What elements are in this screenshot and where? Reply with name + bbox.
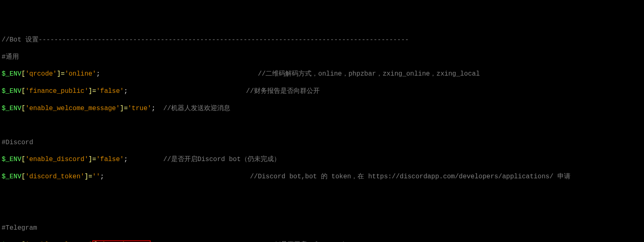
bracket: [ xyxy=(21,105,25,112)
space xyxy=(155,105,163,112)
bracket: [ xyxy=(21,173,25,180)
code-line: $_ENV['enable_welcome_message']='true'; … xyxy=(2,104,642,113)
code-line: $_ENV['finance_public']='false'; //财务报告是… xyxy=(2,87,642,96)
env-var: $_ENV xyxy=(2,88,21,95)
space xyxy=(100,70,258,78)
bracket: ]= xyxy=(85,173,92,180)
code-line: #Discord xyxy=(2,138,642,147)
semicolon: ; xyxy=(100,173,104,180)
bracket: ]= xyxy=(88,156,96,163)
code-line: #通用 xyxy=(2,53,642,62)
section-header: #Discord xyxy=(2,139,33,146)
env-var: $_ENV xyxy=(2,173,21,180)
value: 'false' xyxy=(96,88,124,95)
bracket: ]= xyxy=(88,88,96,95)
space xyxy=(104,173,250,180)
comment: //Bot 设置--------------------------------… xyxy=(2,36,409,44)
section-header: #Telegram xyxy=(2,224,37,232)
value: 'false' xyxy=(96,156,124,163)
env-var: $_ENV xyxy=(2,105,21,112)
code-line: $_ENV['enable_discord']='false'; //是否开启D… xyxy=(2,155,642,164)
highlight-box: ]='true'; xyxy=(92,240,151,242)
env-var: $_ENV xyxy=(2,70,21,78)
space xyxy=(128,88,246,95)
bracket: ]= xyxy=(120,105,128,112)
comment: //二维码解码方式，online，phpzbar，zxing_online，zx… xyxy=(258,70,480,78)
code-line: #Telegram xyxy=(2,224,642,233)
semicolon: ; xyxy=(96,70,100,78)
key: 'discord_token' xyxy=(25,173,85,180)
comment: //机器人发送欢迎消息 xyxy=(163,105,230,112)
value: '' xyxy=(92,173,100,180)
value: 'true' xyxy=(128,105,151,112)
key: 'enable_welcome_message' xyxy=(25,105,120,112)
bracket: [ xyxy=(21,88,25,95)
blank-line xyxy=(2,207,642,215)
semicolon: ; xyxy=(124,156,128,163)
comment: //Discord bot,bot 的 token，在 https://disc… xyxy=(250,173,571,180)
comment: //是否开启Discord bot（仍未完成） xyxy=(163,156,280,163)
bracket: [ xyxy=(21,156,25,163)
key: 'qrcode' xyxy=(25,70,57,78)
key: 'finance_public' xyxy=(25,88,89,95)
env-var: $_ENV xyxy=(2,156,21,163)
blank-line xyxy=(2,190,642,198)
code-line: //Bot 设置--------------------------------… xyxy=(2,36,642,44)
code-line: $_ENV['qrcode']='online'; //二维码解码方式，onli… xyxy=(2,70,642,78)
space xyxy=(128,156,163,163)
blank-line xyxy=(2,121,642,130)
bracket: ]= xyxy=(57,70,64,78)
key: 'enable_discord' xyxy=(25,156,89,163)
section-header: #通用 xyxy=(2,53,19,61)
value: 'online' xyxy=(65,70,96,78)
code-line: $_ENV['discord_token']=''; //Discord bot… xyxy=(2,173,642,181)
bracket: [ xyxy=(21,70,25,78)
comment: //财务报告是否向群公开 xyxy=(246,88,319,95)
semicolon: ; xyxy=(124,88,128,95)
